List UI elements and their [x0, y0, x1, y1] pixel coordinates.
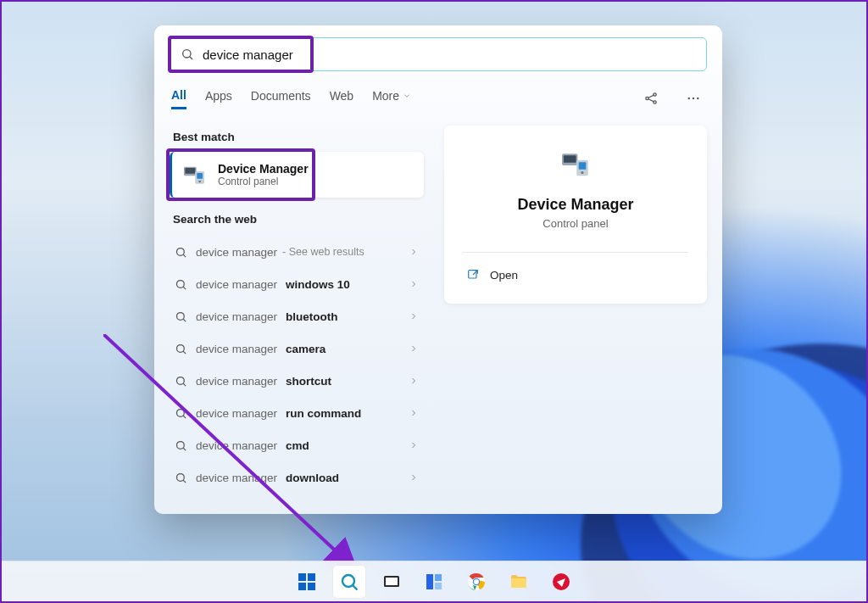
svg-line-30	[183, 480, 186, 483]
app-icon	[551, 572, 571, 592]
search-icon	[175, 375, 187, 388]
svg-point-2	[646, 97, 648, 99]
svg-point-23	[177, 377, 185, 384]
svg-line-24	[183, 383, 186, 386]
filter-tabs: All Apps Documents Web More	[171, 87, 705, 110]
web-suggestion[interactable]: device manager shortcut	[170, 365, 424, 397]
tab-all[interactable]: All	[171, 88, 186, 109]
search-icon	[175, 278, 187, 291]
search-icon	[175, 407, 187, 420]
chevron-right-icon	[409, 343, 419, 354]
taskview-icon	[381, 572, 402, 592]
svg-rect-40	[308, 573, 315, 581]
tab-documents[interactable]: Documents	[251, 89, 311, 108]
taskbar-taskview-button[interactable]	[375, 565, 409, 599]
best-match-result[interactable]: Device Manager Control panel	[170, 152, 424, 198]
widgets-icon	[424, 572, 444, 592]
tab-apps[interactable]: Apps	[205, 89, 232, 108]
tab-more-label: More	[372, 89, 399, 103]
web-suggestion[interactable]: device manager bluetooth	[170, 300, 424, 332]
web-suggestion[interactable]: device manager camera	[170, 332, 424, 365]
tab-more[interactable]: More	[372, 89, 411, 108]
svg-point-8	[693, 98, 694, 99]
svg-point-9	[697, 98, 698, 99]
taskbar-widgets-button[interactable]	[417, 565, 451, 599]
search-panel: All Apps Documents Web More Best match	[154, 25, 722, 514]
best-match-title: Device Manager	[218, 162, 309, 176]
svg-point-19	[177, 312, 185, 320]
svg-point-35	[581, 171, 583, 174]
web-suggestion[interactable]: device manager download	[170, 461, 424, 494]
chevron-right-icon	[409, 279, 419, 289]
svg-rect-46	[386, 578, 398, 585]
web-suggestion[interactable]: device manager cmd	[170, 429, 424, 461]
svg-rect-53	[511, 578, 526, 588]
preview-subtitle: Control panel	[542, 217, 608, 230]
share-icon[interactable]	[639, 87, 663, 110]
svg-line-1	[190, 57, 192, 59]
device-manager-icon	[181, 161, 208, 188]
chevron-right-icon	[409, 247, 419, 257]
taskbar-explorer-button[interactable]	[502, 565, 536, 599]
search-input[interactable]	[203, 38, 696, 70]
web-suggestion-top[interactable]: device manager - See web results	[170, 236, 424, 268]
taskbar	[2, 561, 866, 601]
svg-line-6	[648, 99, 654, 102]
windows-icon	[297, 572, 317, 592]
more-options-icon[interactable]	[682, 87, 705, 110]
svg-point-17	[177, 280, 185, 288]
svg-rect-48	[435, 574, 442, 581]
svg-point-52	[474, 579, 479, 584]
svg-point-3	[654, 93, 656, 96]
device-manager-icon	[551, 148, 600, 181]
best-match-heading: Best match	[173, 131, 424, 143]
search-icon	[175, 343, 187, 355]
svg-line-18	[183, 287, 186, 289]
open-action[interactable]: Open	[463, 263, 688, 287]
taskbar-chrome-button[interactable]	[459, 565, 493, 599]
svg-rect-11	[185, 168, 195, 174]
tab-web[interactable]: Web	[330, 89, 354, 108]
chevron-right-icon	[409, 440, 419, 450]
search-icon	[175, 472, 187, 484]
search-icon	[181, 47, 194, 61]
svg-point-29	[177, 473, 185, 481]
chevron-right-icon	[409, 472, 419, 483]
taskbar-app-button[interactable]	[544, 565, 578, 599]
svg-line-20	[183, 319, 186, 321]
web-suggestion[interactable]: device manager run command	[170, 397, 424, 429]
svg-rect-34	[579, 162, 587, 170]
taskbar-search-button[interactable]	[332, 565, 366, 599]
chevron-down-icon	[403, 92, 411, 100]
svg-line-22	[183, 351, 186, 354]
search-icon	[175, 439, 187, 452]
open-label: Open	[490, 269, 518, 282]
taskbar-start-button[interactable]	[290, 565, 324, 599]
search-icon	[339, 572, 359, 592]
chevron-right-icon	[409, 311, 419, 321]
svg-point-25	[177, 409, 185, 416]
divider	[463, 252, 688, 253]
search-web-heading: Search the web	[173, 213, 424, 226]
best-match-subtitle: Control panel	[218, 176, 309, 187]
open-icon	[466, 268, 480, 282]
search-icon	[175, 246, 187, 259]
web-suggestion[interactable]: device manager windows 10	[170, 268, 424, 300]
folder-icon	[509, 572, 529, 592]
svg-rect-32	[564, 155, 576, 163]
search-box[interactable]	[170, 37, 707, 71]
svg-point-27	[177, 441, 185, 449]
svg-line-28	[183, 448, 186, 450]
svg-point-14	[198, 181, 201, 183]
svg-point-0	[183, 50, 191, 58]
svg-rect-49	[435, 583, 442, 589]
svg-rect-41	[298, 583, 306, 590]
svg-point-21	[177, 344, 185, 352]
svg-rect-36	[469, 271, 476, 278]
svg-point-43	[342, 575, 354, 587]
search-icon	[175, 310, 187, 323]
svg-line-5	[648, 95, 654, 98]
chevron-right-icon	[409, 408, 419, 418]
chevron-right-icon	[409, 376, 419, 386]
svg-rect-13	[197, 173, 203, 179]
